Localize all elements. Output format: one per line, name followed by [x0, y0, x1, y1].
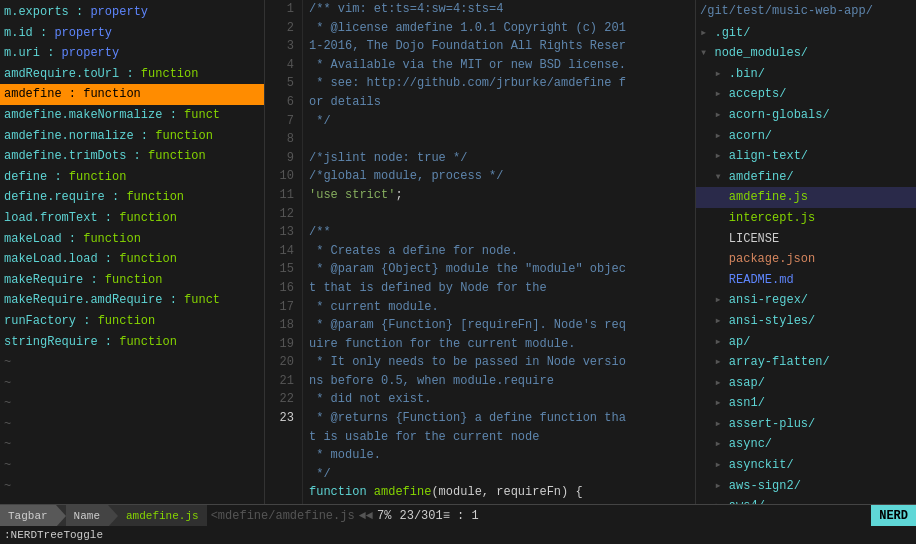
arrow-icon: ▸	[700, 26, 714, 40]
cmdline: :NERDTreeToggle	[0, 526, 916, 544]
code-line-5: */	[309, 112, 695, 131]
tagbar-line-define-require: define.require : function	[0, 187, 264, 208]
tagbar-panel: m.exports : property m.id : property m.u…	[0, 0, 265, 504]
tagbar-line-runfactory: runFactory : function	[0, 311, 264, 332]
nerdtree-item-asynckit[interactable]: ▸ asynckit/	[696, 455, 916, 476]
code-line-1: /** vim: et:ts=4:sw=4:sts=4	[309, 0, 695, 19]
code-line-12: * Creates a define for node.	[309, 242, 695, 261]
code-line-15: * @param {Function} [requireFn]. Node's …	[309, 316, 695, 335]
nerdtree-item-node-modules[interactable]: ▾ node_modules/	[696, 43, 916, 64]
nerdtree-item-amdefine-js[interactable]: amdefine.js	[696, 187, 916, 208]
nerdtree-item-amdefine[interactable]: ▾ amdefine/	[696, 167, 916, 188]
nerdtree-panel: /git/test/music-web-app/ ▸ .git/ ▾ node_…	[696, 0, 916, 504]
code-line-18b: t is usable for the current node	[309, 428, 695, 447]
main-area: m.exports : property m.id : property m.u…	[0, 0, 916, 504]
statusbar-middle: <mdefine/amdefine.js ◄◄ 7% 23/301≡ : 1	[207, 505, 872, 526]
tagbar-line-makeload-load: makeLoad.load : function	[0, 249, 264, 270]
nerdtree-item-aws4[interactable]: ▸ aws4/	[696, 496, 916, 504]
tagbar-entry-exports: m.exports :	[4, 5, 90, 19]
code-line-3: * Available via the MIT or new BSD licen…	[309, 56, 695, 75]
nerdtree-item-accepts[interactable]: ▸ accepts/	[696, 84, 916, 105]
code-area[interactable]: /** vim: et:ts=4:sw=4:sts=4 * @license a…	[303, 0, 695, 504]
tagbar-line-exports: m.exports : property	[0, 2, 264, 23]
arrow-icon: ▾	[700, 46, 714, 60]
arrow-icon: ▸	[714, 67, 728, 81]
code-line-19: * module.	[309, 446, 695, 465]
arrows-label: ◄◄	[359, 509, 373, 523]
tagbar-line-id: m.id : property	[0, 23, 264, 44]
arrow-icon: ▸	[714, 87, 728, 101]
tagbar-line-makerequire-amdrequire: makeRequire.amdRequire : funct	[0, 290, 264, 311]
code-line-14: * current module.	[309, 298, 695, 317]
nerdtree-item-asn1[interactable]: ▸ asn1/	[696, 393, 916, 414]
nerdtree-item-ansi-styles[interactable]: ▸ ansi-styles/	[696, 311, 916, 332]
arrow-icon: ▸	[714, 314, 728, 328]
nerdtree-item-ap[interactable]: ▸ ap/	[696, 332, 916, 353]
statusbar-filename: amdefine.js	[118, 505, 207, 526]
nerdtree-item-assert-plus[interactable]: ▸ assert-plus/	[696, 414, 916, 435]
code-line-17: * did not exist.	[309, 390, 695, 409]
code-line-8: /*global module, process */	[309, 167, 695, 186]
code-line-11: /**	[309, 223, 695, 242]
nerdtree-item-async[interactable]: ▸ async/	[696, 434, 916, 455]
tagbar-line-normalize: amdefine.normalize : function	[0, 126, 264, 147]
editor-content: 1 2 3 4 5 6 7 8 9 10 11 12 13 14 15 16	[265, 0, 695, 504]
nerdtree-item-readme-md[interactable]: README.md	[696, 270, 916, 291]
arrow-icon: ▸	[714, 376, 728, 390]
editor-panel: 1 2 3 4 5 6 7 8 9 10 11 12 13 14 15 16	[265, 0, 696, 504]
nerdtree-item-license[interactable]: LICENSE	[696, 229, 916, 250]
nerdtree-item-acorn-globals[interactable]: ▸ acorn-globals/	[696, 105, 916, 126]
tagbar-line-amdefine[interactable]: amdefine : function	[0, 84, 264, 105]
tagbar-tilde-1: ~	[0, 352, 264, 373]
code-line-16b: ns before 0.5, when module.require	[309, 372, 695, 391]
statusbar-tagbar: Tagbar	[0, 505, 56, 526]
code-line-4: or details	[309, 93, 695, 112]
code-line-13b: t that is defined by Node for the	[309, 279, 695, 298]
tagbar-line-trimdots: amdefine.trimDots : function	[0, 146, 264, 167]
percent-label: 7%	[377, 509, 391, 523]
tagbar-line-stringrequire: stringRequire : function	[0, 332, 264, 353]
code-line-15b: uire function for the current module.	[309, 335, 695, 354]
statusbar-nerd: NERD	[871, 505, 916, 526]
nerdtree-item-align-text[interactable]: ▸ align-text/	[696, 146, 916, 167]
code-line-9: 'use strict';	[309, 186, 695, 205]
nerdtree-item-aws-sign2[interactable]: ▸ aws-sign2/	[696, 476, 916, 497]
code-line-2: * @license amdefine 1.0.1 Copyright (c) …	[309, 19, 695, 38]
tagbar-tilde-2: ~	[0, 373, 264, 394]
tagbar-tilde-7: ~	[0, 476, 264, 497]
arrow-icon: ▸	[714, 417, 728, 431]
arrow-icon: ▾	[714, 170, 728, 184]
code-line-3b: * see: http://github.com/jrburke/amdefin…	[309, 74, 695, 93]
tagbar-tilde-4: ~	[0, 414, 264, 435]
tagbar-tilde-5: ~	[0, 434, 264, 455]
nerdtree-item-package-json[interactable]: package.json	[696, 249, 916, 270]
nerdtree-item-acorn[interactable]: ▸ acorn/	[696, 126, 916, 147]
nerdtree-item-bin[interactable]: ▸ .bin/	[696, 64, 916, 85]
statusbar: Tagbar Name amdefine.js <mdefine/amdefin…	[0, 504, 916, 526]
nerdtree-item-git[interactable]: ▸ .git/	[696, 23, 916, 44]
arrow-icon: ▸	[714, 479, 728, 493]
arrow-icon: ▸	[714, 129, 728, 143]
code-line-20: */	[309, 465, 695, 484]
arrow-icon: ▸	[714, 396, 728, 410]
filename-label: amdefine.js	[126, 510, 199, 522]
code-line-10	[309, 205, 695, 224]
arrow-icon: ▸	[714, 293, 728, 307]
path-label: <mdefine/amdefine.js	[211, 509, 355, 523]
tagbar-line-tourl: amdRequire.toUrl : function	[0, 64, 264, 85]
tagbar-label: Tagbar	[8, 510, 48, 522]
tagbar-line-define: define : function	[0, 167, 264, 188]
tagbar-line-uri: m.uri : property	[0, 43, 264, 64]
nerdtree-item-asap[interactable]: ▸ asap/	[696, 373, 916, 394]
code-line-7: /*jslint node: true */	[309, 149, 695, 168]
nerdtree-header: /git/test/music-web-app/	[696, 0, 916, 23]
tagbar-tilde-6: ~	[0, 455, 264, 476]
nerdtree-item-intercept-js[interactable]: intercept.js	[696, 208, 916, 229]
tagbar-tilde-3: ~	[0, 393, 264, 414]
nerdtree-item-ansi-regex[interactable]: ▸ ansi-regex/	[696, 290, 916, 311]
code-line-18: * @returns {Function} a define function …	[309, 409, 695, 428]
nerdtree-item-array-flatten[interactable]: ▸ array-flatten/	[696, 352, 916, 373]
statusbar-name: Name	[66, 505, 108, 526]
code-line-21: function amdefine(module, requireFn) {	[309, 483, 695, 502]
arrow-icon: ▸	[714, 335, 728, 349]
